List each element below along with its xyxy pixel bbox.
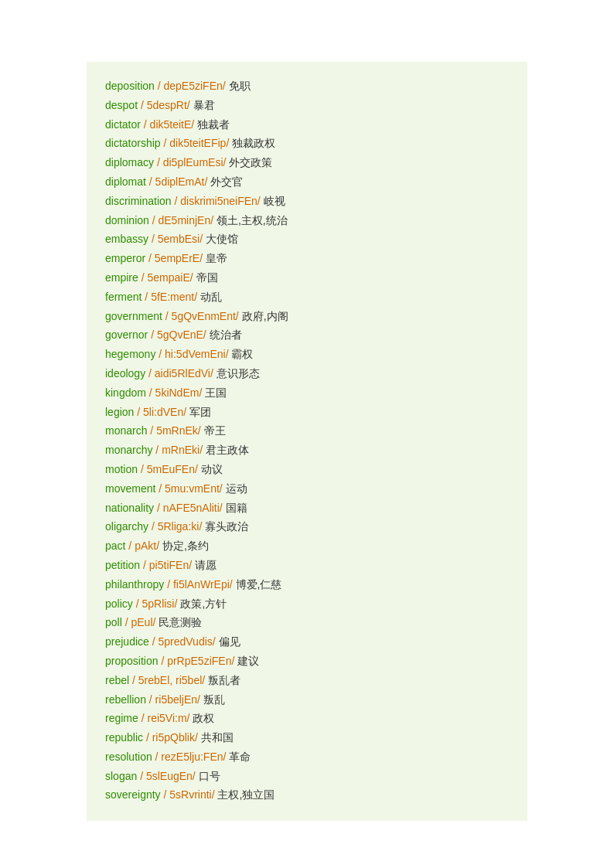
word: rebellion [105,693,146,706]
vocab-entry: poll / pEul/ 民意测验 [105,614,509,632]
pronunciation: / 5pRlisi/ [133,597,178,610]
vocab-entry: slogan / 5slEugEn/ 口号 [105,768,509,786]
word: regime [105,712,138,724]
chinese-meaning: 动议 [198,463,223,475]
pronunciation: / 5slEugEn/ [137,770,196,782]
chinese-meaning: 外交政策 [226,156,272,168]
pronunciation: / 5fE:ment/ [142,291,197,303]
pronunciation: / di5plEumEsi/ [154,156,226,168]
word: emperor [105,252,145,264]
vocab-entry: pact / pAkt/ 协定,条约 [105,537,509,556]
chinese-meaning: 寡头政治 [202,520,248,533]
word: prejudice [105,635,149,648]
vocab-entry: nationality / nAFE5nAliti/ 国籍 [105,499,509,518]
pronunciation: / mRnEki/ [152,444,203,456]
chinese-meaning: 免职 [226,80,251,92]
pronunciation: / aidi5RlEdVi/ [145,367,213,380]
pronunciation: / 5li:dVEn/ [134,406,186,418]
word: empire [105,271,138,284]
pronunciation: / 5Rliga:ki/ [148,520,202,533]
pronunciation: / depE5ziFEn/ [155,80,226,92]
vocab-entry: prejudice / 5predVudis/ 偏见 [105,633,509,652]
chinese-meaning: 独裁政权 [229,137,275,149]
chinese-meaning: 博爱,仁慈 [233,578,282,591]
chinese-meaning: 皇帝 [203,252,227,264]
chinese-meaning: 帝国 [193,271,218,284]
word: diplomacy [105,156,154,168]
vocab-entry: motion / 5mEuFEn/ 动议 [105,461,509,479]
pronunciation: / fi5lAnWrEpi/ [164,578,232,591]
chinese-meaning: 领土,主权,统治 [213,214,288,226]
word: hegemony [105,348,155,360]
vocab-entry: policy / 5pRlisi/ 政策,方针 [105,595,509,614]
word: rebel [105,674,129,686]
chinese-meaning: 独裁者 [194,118,230,131]
vocab-entry: monarchy / mRnEki/ 君主政体 [105,441,509,460]
pronunciation: / 5empaiE/ [138,271,193,284]
pronunciation: / ri5beljEn/ [146,693,200,706]
pronunciation: / nAFE5nAliti/ [154,502,223,514]
vocab-entry: dictatorship / dik5teitEFip/ 独裁政权 [105,134,509,153]
chinese-meaning: 政权 [189,712,214,724]
pronunciation: / 5sRvrinti/ [161,788,215,801]
chinese-meaning: 偏见 [216,635,240,648]
pronunciation: / 5mRnEk/ [147,424,200,437]
chinese-meaning: 叛乱 [200,693,225,706]
vocab-entry: republic / ri5pQblik/ 共和国 [105,729,509,747]
vocab-entry: philanthropy / fi5lAnWrEpi/ 博爱,仁慈 [105,576,509,594]
pronunciation: / 5empErE/ [145,252,203,264]
pronunciation: / 5embEsi/ [148,233,203,245]
vocab-entry: dominion / dE5minjEn/ 领土,主权,统治 [105,212,509,230]
pronunciation: / rei5Vi:m/ [138,712,190,724]
vocab-entry: hegemony / hi:5dVemEni/ 霸权 [105,345,509,364]
vocab-entry: movement / 5mu:vmEnt/ 运动 [105,480,509,499]
pronunciation: / 5gQvEnE/ [148,328,206,341]
vocab-entry: dictator / dik5teitE/ 独裁者 [105,116,509,134]
word: discrimination [105,195,172,207]
word: embassy [105,233,148,245]
chinese-meaning: 民意测验 [155,616,202,628]
vocab-entry: proposition / prRpE5ziFEn/ 建议 [105,652,509,671]
word: government [105,310,162,322]
word: slogan [105,770,137,782]
vocab-entry: empire / 5empaiE/ 帝国 [105,269,509,288]
chinese-meaning: 王国 [202,386,227,399]
pronunciation: / 5mEuFEn/ [138,463,198,475]
pronunciation: / ri5pQblik/ [143,731,198,744]
chinese-meaning: 帝王 [201,424,226,437]
chinese-meaning: 叛乱者 [205,674,240,686]
word: governor [105,328,148,341]
pronunciation: / dik5teitEFip/ [161,137,230,149]
chinese-meaning: 动乱 [197,291,222,303]
word: monarch [105,424,147,437]
vocab-entry: despot / 5despRt/ 暴君 [105,97,509,115]
word: republic [105,731,143,744]
word: deposition [105,80,155,92]
pronunciation: / 5despRt/ [138,99,190,111]
vocab-entry: diplomat / 5diplEmAt/ 外交官 [105,173,509,192]
pronunciation: / rezE5lju:FEn/ [152,751,227,763]
vocab-entry: legion / 5li:dVEn/ 军团 [105,403,509,422]
chinese-meaning: 君主政体 [203,444,249,456]
chinese-meaning: 暴君 [190,99,215,111]
entries-container: deposition / depE5ziFEn/ 免职despot / 5des… [105,77,509,805]
word: movement [105,482,155,495]
chinese-meaning: 请愿 [192,559,217,571]
pronunciation: / prRpE5ziFEn/ [159,655,235,667]
chinese-meaning: 统治者 [206,328,242,341]
chinese-meaning: 军团 [186,406,211,418]
pronunciation: / 5predVudis/ [149,635,216,648]
word: despot [105,99,138,111]
vocab-entry: rebellion / ri5beljEn/ 叛乱 [105,691,509,710]
pronunciation: / dik5teitE/ [141,118,194,131]
word: proposition [105,655,159,667]
pronunciation: / 5kiNdEm/ [146,386,202,399]
word: philanthropy [105,578,164,591]
word: resolution [105,751,152,763]
word: poll [105,616,122,628]
pronunciation: / pEul/ [122,616,156,628]
pronunciation: / 5diplEmAt/ [146,175,207,188]
vocab-entry: petition / pi5tiFEn/ 请愿 [105,557,509,575]
word: sovereignty [105,788,161,801]
pronunciation: / 5rebEl, ri5bel/ [129,674,205,686]
